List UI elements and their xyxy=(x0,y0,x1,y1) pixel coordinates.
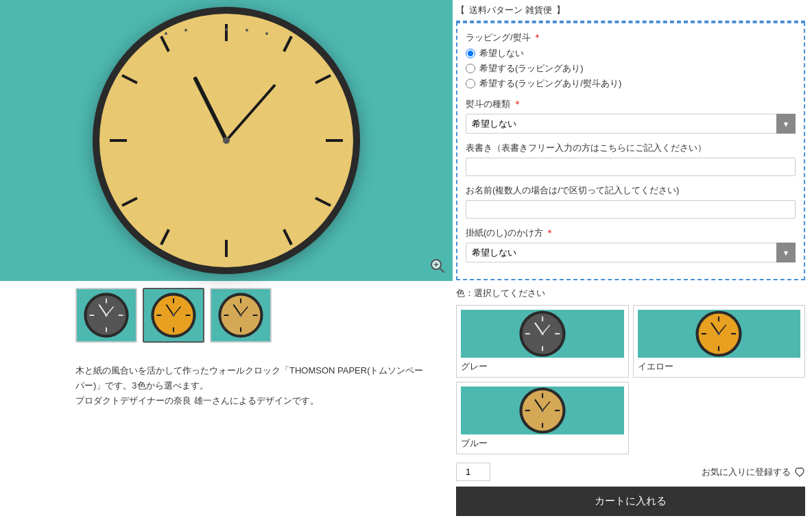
favorite-label: お気に入りに登録する xyxy=(702,466,791,478)
bracket-close: 】 xyxy=(556,4,565,16)
wrapping-label-wrap-noshi: 希望する(ラッピングあり/熨斗あり) xyxy=(479,77,621,90)
svg-point-15 xyxy=(246,29,248,32)
wrapping-option-wrap-noshi[interactable]: 希望する(ラッピングあり/熨斗あり) xyxy=(466,77,796,90)
description-text2: プロダクトデザイナーの奈良 雄一さんによるデザインです。 xyxy=(75,393,432,408)
color-option-gray[interactable]: グレー xyxy=(456,305,629,378)
color-clock-yellow xyxy=(695,310,743,358)
color-option-blue[interactable]: ブルー xyxy=(456,382,629,454)
color-thumb-gray xyxy=(461,310,624,358)
color-option-yellow[interactable]: イエロー xyxy=(633,305,806,378)
wrapping-radio-wrap-noshi[interactable] xyxy=(466,79,475,88)
color-empty-cell xyxy=(633,382,806,454)
bracket-open: 【 xyxy=(456,4,465,16)
kakegami-select[interactable]: 希望しない 内のし 外のし xyxy=(466,243,796,262)
page-container: 木と紙の風合いを活かして作ったウォールクロック「THOMSON PAPER(トム… xyxy=(0,0,812,527)
wrapping-form-box: ラッピング/熨斗 ＊ 希望しない 希望する(ラッピングあり) 希望する(ラッピン… xyxy=(456,22,805,280)
wrapping-radio-group: 希望しない 希望する(ラッピングあり) 希望する(ラッピングあり/熨斗あり) xyxy=(466,47,796,90)
color-name-yellow: イエロー xyxy=(638,360,673,373)
wrapping-section: ラッピング/熨斗 ＊ 希望しない 希望する(ラッピングあり) 希望する(ラッピン… xyxy=(466,32,796,90)
svg-point-16 xyxy=(265,32,268,35)
color-grid: グレー xyxy=(456,305,805,454)
zoom-svg xyxy=(430,258,445,273)
svg-point-21 xyxy=(223,137,230,144)
thumbnail-blue[interactable] xyxy=(210,288,272,343)
color-name-blue: ブルー xyxy=(461,437,488,450)
color-thumb-blue xyxy=(461,387,624,434)
noshi-type-section: 熨斗の種類 ＊ 希望しない 結婚祝い 出産祝い 誕生日 その他 ▼ xyxy=(466,98,796,134)
wrapping-required: ＊ xyxy=(533,32,542,42)
svg-point-14 xyxy=(225,28,228,31)
svg-point-70 xyxy=(717,332,720,335)
main-clock-image xyxy=(89,3,363,278)
color-name-gray: グレー xyxy=(461,360,488,373)
thumb-clock-gray xyxy=(83,292,130,339)
thumbnail-gray[interactable] xyxy=(75,288,137,343)
quantity-input[interactable] xyxy=(456,463,490,481)
hyomote-label: 表書き（表書きフリー入力の方はこちらにご記入ください） xyxy=(466,142,796,154)
thumb-clock-yellow xyxy=(150,292,197,339)
description-text1: 木と紙の風合いを活かして作ったウォールクロック「THOMSON PAPER(トム… xyxy=(75,363,432,393)
thumb-clock-blue xyxy=(217,292,264,339)
shipping-label-row: 【 送料パターン 雑貨便 】 xyxy=(456,0,805,22)
wrapping-option-none[interactable]: 希望しない xyxy=(466,47,796,60)
svg-point-17 xyxy=(184,29,187,32)
wrapping-label-wrap: 希望する(ラッピングあり) xyxy=(479,62,584,75)
description-area: 木と紙の風合いを活かして作ったウォールクロック「THOMSON PAPER(トム… xyxy=(0,350,453,422)
thumbnail-yellow[interactable] xyxy=(143,288,204,343)
noshi-type-select-wrapper: 希望しない 結婚祝い 出産祝い 誕生日 その他 ▼ xyxy=(466,114,796,134)
noshi-type-required: ＊ xyxy=(513,99,522,109)
color-section: 色：選択してください xyxy=(456,287,805,454)
onamae-input[interactable] xyxy=(466,200,796,219)
right-panel: 【 送料パターン 雑貨便 】 ラッピング/熨斗 ＊ 希望しない xyxy=(453,0,812,527)
wrapping-option-wrap[interactable]: 希望する(ラッピングあり) xyxy=(466,62,796,75)
noshi-type-label: 熨斗の種類 ＊ xyxy=(466,98,796,110)
kakegami-select-wrapper: 希望しない 内のし 外のし ▼ xyxy=(466,243,796,262)
kakegami-required: ＊ xyxy=(545,228,554,238)
color-label: 色：選択してください xyxy=(456,287,805,299)
hyomote-section: 表書き（表書きフリー入力の方はこちらにご記入ください） xyxy=(466,142,796,176)
wrapping-label: ラッピング/熨斗 ＊ xyxy=(466,32,796,44)
main-image-area xyxy=(0,0,453,281)
color-clock-blue xyxy=(518,387,566,434)
svg-line-23 xyxy=(440,268,444,272)
color-thumb-yellow xyxy=(638,310,801,358)
svg-point-18 xyxy=(165,32,167,35)
bottom-row: お気に入りに登録する xyxy=(456,463,805,481)
svg-point-52 xyxy=(239,314,242,317)
cart-button[interactable]: カートに入れる xyxy=(456,487,805,516)
wrapping-radio-wrap[interactable] xyxy=(466,64,475,73)
svg-point-43 xyxy=(172,314,175,317)
onamae-section: お名前(複数人の場合は/で区切って記入してください) xyxy=(466,184,796,219)
shipping-label-text: 送料パターン 雑貨便 xyxy=(469,4,552,16)
heart-icon xyxy=(794,467,805,478)
thumbnail-row xyxy=(0,281,453,350)
wrapping-label-none: 希望しない xyxy=(479,47,524,60)
kakegami-label: 掛紙(のし)のかけ方 ＊ xyxy=(466,227,796,239)
left-panel: 木と紙の風合いを活かして作ったウォールクロック「THOMSON PAPER(トム… xyxy=(0,0,453,527)
color-clock-gray xyxy=(518,310,566,358)
kakegami-section: 掛紙(のし)のかけ方 ＊ 希望しない 内のし 外のし ▼ xyxy=(466,227,796,262)
favorite-button[interactable]: お気に入りに登録する xyxy=(702,466,805,478)
onamae-label: お名前(複数人の場合は/で区切って記入してください) xyxy=(466,184,796,197)
svg-point-61 xyxy=(541,332,544,335)
svg-point-79 xyxy=(541,409,544,412)
wrapping-radio-none[interactable] xyxy=(466,49,475,58)
svg-point-34 xyxy=(105,314,108,317)
noshi-type-select[interactable]: 希望しない 結婚祝い 出産祝い 誕生日 その他 xyxy=(466,114,796,134)
zoom-icon[interactable] xyxy=(428,256,447,275)
hyomote-input[interactable] xyxy=(466,158,796,176)
